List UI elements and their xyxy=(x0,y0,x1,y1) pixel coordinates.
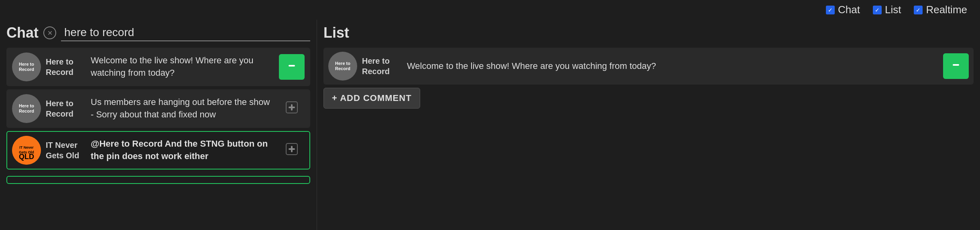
svg-text:QLD: QLD xyxy=(19,153,34,161)
list-checkbox[interactable]: ✓ xyxy=(873,6,882,14)
list-message-text-1: Welcome to the live show! Where are you … xyxy=(407,60,938,73)
svg-rect-4 xyxy=(289,107,295,108)
chat-message-3: IT Never Gets Old QLD IT NeverGets Old @… xyxy=(6,131,310,169)
list-title: List xyxy=(323,24,974,41)
avatar-2: Here toRecord xyxy=(12,94,41,123)
avatar-1: Here toRecord xyxy=(12,52,41,81)
chat-search-input[interactable] xyxy=(61,24,310,41)
top-bar: ✓ Chat ✓ List ✓ Realtime xyxy=(813,0,980,20)
remove-button-1[interactable] xyxy=(279,54,305,80)
chat-message-1: Here toRecord Here toRecord Welcome to t… xyxy=(6,48,310,86)
chat-title: Chat xyxy=(6,24,39,41)
svg-rect-11 xyxy=(289,148,295,150)
author-2: Here toRecord xyxy=(46,98,86,119)
add-comment-button[interactable]: + ADD COMMENT xyxy=(323,88,420,109)
list-author-1: Here toRecord xyxy=(362,56,402,77)
add-button-3[interactable] xyxy=(279,137,305,163)
list-avatar-1: Here toRecord xyxy=(328,52,357,81)
plus-icon-2 xyxy=(285,101,298,116)
author-1: Here toRecord xyxy=(46,56,86,77)
top-bar-list[interactable]: ✓ List xyxy=(873,4,901,16)
chat-label: Chat xyxy=(838,4,860,16)
add-button-2[interactable] xyxy=(279,96,305,121)
top-bar-chat[interactable]: ✓ Chat xyxy=(826,4,860,16)
svg-text:IT Never: IT Never xyxy=(19,145,34,149)
close-icon: ✕ xyxy=(47,29,53,37)
chat-header: Chat ✕ xyxy=(6,24,310,41)
realtime-checkbox[interactable]: ✓ xyxy=(914,6,923,14)
chat-panel: Chat ✕ Here toRecord Here toRecord Welco… xyxy=(0,20,317,230)
main-layout: Chat ✕ Here toRecord Here toRecord Welco… xyxy=(0,20,980,230)
plus-icon-3 xyxy=(285,143,298,158)
avatar-3: IT Never Gets Old QLD xyxy=(12,136,41,165)
list-minus-icon xyxy=(950,59,962,74)
top-bar-realtime[interactable]: ✓ Realtime xyxy=(914,4,967,16)
list-panel: List Here toRecord Here toRecord Welcome… xyxy=(317,20,980,230)
message-text-1: Welcome to the live show! Where are you … xyxy=(91,54,274,79)
author-3: IT NeverGets Old xyxy=(46,140,86,161)
chat-close-button[interactable]: ✕ xyxy=(43,26,56,39)
chat-message-4-hint xyxy=(6,176,310,184)
svg-rect-13 xyxy=(953,64,959,66)
list-remove-button-1[interactable] xyxy=(943,53,969,79)
list-message-1: Here toRecord Here toRecord Welcome to t… xyxy=(323,48,974,85)
add-comment-label: + ADD COMMENT xyxy=(332,93,412,103)
avatar-orange-inner: IT Never Gets Old QLD xyxy=(12,136,41,165)
chat-message-list: Here toRecord Here toRecord Welcome to t… xyxy=(6,48,310,184)
message-text-3: @Here to Record And the STNG button on t… xyxy=(91,138,274,163)
chat-message-2: Here toRecord Here toRecord Us members a… xyxy=(6,89,310,128)
svg-rect-1 xyxy=(289,65,295,67)
minus-icon xyxy=(285,59,298,75)
list-message-list: Here toRecord Here toRecord Welcome to t… xyxy=(323,48,974,85)
realtime-label: Realtime xyxy=(926,4,967,16)
list-label: List xyxy=(885,4,901,16)
message-text-2: Us members are hanging out before the sh… xyxy=(91,96,274,121)
chat-checkbox[interactable]: ✓ xyxy=(826,6,835,14)
